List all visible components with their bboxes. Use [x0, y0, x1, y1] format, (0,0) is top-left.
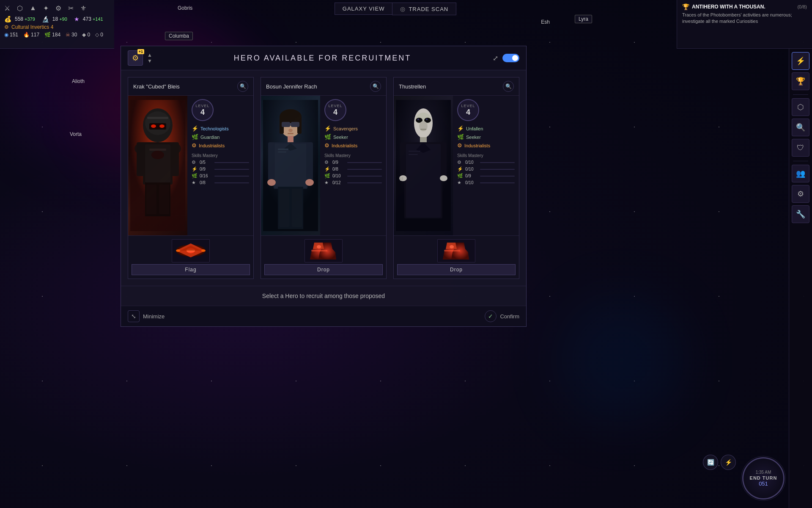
skill-icon-0-3: ★	[192, 180, 198, 185]
sidebar-btn-trophy[interactable]: 🏆	[792, 72, 809, 90]
hero-0-search-btn[interactable]: 🔍	[237, 81, 248, 92]
hero-action-btn-1[interactable]: Drop	[264, 264, 383, 275]
hero-affil-0-0: ⚡ Technologists	[192, 125, 249, 132]
top-icon-6[interactable]: ✂	[68, 4, 74, 12]
fire-resource: 🔥 117	[23, 32, 39, 38]
top-icon-7[interactable]: ⚜	[80, 4, 86, 12]
confirm-button[interactable]: ✓ Confirm	[485, 310, 519, 322]
hero-card-2-body: LEVEL 4 ⚡ Unfallen 🌿 Seeker ⚙ Industrial…	[394, 96, 519, 235]
culture-row[interactable]: ⚙ Cultural Invertics 4	[4, 24, 110, 30]
star-gobris[interactable]: Gobris	[178, 5, 192, 11]
credits-row: 💰 558 +379 🔬 18 +90 ★ 473 +141	[4, 16, 110, 22]
science-icon: 🔬	[42, 16, 49, 22]
top-icon-4[interactable]: ✦	[43, 4, 49, 12]
skill-row-0-1: ⚡ 0/9	[192, 166, 249, 172]
ship-svg-0	[174, 241, 208, 260]
hero-card-1[interactable]: Bosun Jennifer Rach 🔍	[261, 77, 387, 279]
skill-row-1-3: ★ 0/12	[324, 180, 382, 185]
star-esh[interactable]: Esh	[541, 19, 550, 25]
affil-icon-0-0: ⚡	[192, 125, 198, 132]
affil-icon-1-2: ⚙	[324, 142, 329, 149]
svg-rect-49	[311, 250, 327, 251]
hero-affil-2-0: ⚡ Unfallen	[457, 125, 515, 132]
svg-point-7	[159, 124, 165, 128]
end-turn-button[interactable]: 1:35 AM END TURN 051	[742, 457, 785, 500]
dust-resource: ◉ 151	[4, 32, 18, 38]
skill-bar-0-2	[214, 176, 249, 177]
br-icon-1[interactable]: 🔄	[703, 455, 718, 470]
skill-row-1-1: ⚡ 0/8	[324, 166, 382, 172]
hero-item-1: Drop	[261, 235, 386, 279]
affil-icon-1-1: 🌿	[324, 134, 331, 140]
skill-icon-0-0: ⚙	[192, 160, 198, 165]
affil-icon-0-1: 🌿	[192, 134, 198, 140]
hero-1-search-btn[interactable]: 🔍	[370, 81, 381, 92]
top-icon-1[interactable]: ⚔	[4, 4, 10, 12]
skill-icon-0-2: 🌿	[192, 173, 198, 179]
svg-point-50	[317, 245, 321, 248]
hero-card-2-header: Thustrellen 🔍	[394, 77, 519, 96]
minimize-button[interactable]: ⤡ Minimize	[128, 310, 165, 322]
svg-rect-70	[400, 177, 401, 181]
dialog-gear-button[interactable]: ⚙ +1	[128, 50, 143, 66]
sidebar-btn-search[interactable]: 🔍	[792, 119, 809, 136]
trade-scan-button[interactable]: TRADE SCAN	[409, 6, 448, 12]
pop-icon: ☠	[66, 32, 70, 38]
top-icon-3[interactable]: ▲	[30, 4, 36, 12]
affil-icon-2-0: ⚡	[457, 125, 464, 132]
pop-resource: ☠ 30	[66, 32, 77, 38]
sidebar-btn-group[interactable]: 👥	[792, 165, 809, 182]
hero-stats-0: LEVEL 4 ⚡ Technologists 🌿 Guardian ⚙ Ind…	[187, 96, 253, 235]
svg-rect-35	[288, 133, 294, 134]
svg-rect-71	[402, 177, 403, 181]
r1-icon: ◆	[82, 32, 86, 38]
skill-row-2-2: 🌿 0/9	[457, 173, 515, 179]
dialog-toggle[interactable]	[502, 54, 519, 62]
svg-rect-17	[146, 185, 156, 214]
svg-rect-64	[409, 151, 420, 152]
fire-icon: 🔥	[23, 32, 30, 38]
affil-icon-2-1: 🌿	[457, 134, 464, 140]
arrow-down[interactable]: ▼	[147, 58, 152, 64]
top-icon-5[interactable]: ⚙	[55, 4, 61, 12]
hero-2-search-btn[interactable]: 🔍	[503, 81, 514, 92]
hero-card-2[interactable]: Thustrellen 🔍	[393, 77, 519, 279]
arrow-up[interactable]: ▲	[147, 52, 152, 58]
skill-bar-1-2	[347, 176, 382, 177]
skill-bar-1-1	[347, 169, 382, 170]
dialog-bottom-bar: ⤡ Minimize ✓ Confirm	[121, 306, 526, 326]
nebula-3	[558, 296, 685, 423]
svg-point-24	[176, 249, 180, 252]
star-columba[interactable]: Columba	[165, 32, 193, 40]
hero-action-btn-0[interactable]: Flag	[132, 264, 250, 275]
gear-badge: +1	[137, 49, 144, 54]
hero-card-1-header: Bosun Jennifer Rach 🔍	[261, 77, 386, 96]
top-icon-2[interactable]: ⬡	[17, 4, 23, 12]
hero-action-btn-2[interactable]: Drop	[397, 264, 516, 275]
hero-card-1-body: LEVEL 4 ⚡ Scavengers 🌿 Seeker ⚙ Industri…	[261, 96, 386, 235]
skill-row-2-1: ⚡ 0/10	[457, 166, 515, 172]
expand-icon[interactable]: ⤢	[493, 54, 498, 62]
sidebar-btn-wrench[interactable]: 🔧	[792, 205, 809, 223]
svg-rect-67	[441, 142, 447, 176]
portrait-svg-2	[396, 100, 451, 231]
sidebar-btn-shield[interactable]: 🛡	[792, 139, 809, 157]
svg-point-25	[201, 249, 206, 252]
sidebar-btn-settings[interactable]: ⚙	[792, 185, 809, 203]
map-label-vorta[interactable]: Vorta	[70, 131, 82, 137]
svg-point-44	[267, 179, 276, 186]
boots-svg-1	[308, 240, 340, 262]
map-label-alioth[interactable]: Alioth	[72, 78, 85, 84]
galaxy-view-button[interactable]: GALAXY VIEW	[335, 3, 392, 15]
minimize-icon: ⤡	[128, 310, 140, 322]
hero-portrait-2	[394, 96, 453, 235]
sidebar-btn-power[interactable]: ⚡	[792, 52, 809, 70]
hero-card-0[interactable]: Krak "Cubed" Bleis 🔍	[128, 77, 254, 279]
sidebar-btn-hex[interactable]: ⬡	[792, 98, 809, 116]
br-icon-2[interactable]: ⚡	[721, 455, 736, 470]
res6: ◇ 0	[95, 32, 103, 38]
dust-icon: ◉	[4, 32, 8, 38]
star-lyra[interactable]: Lyra	[575, 15, 592, 23]
skill-icon-1-0: ⚙	[324, 160, 330, 165]
confirm-label: Confirm	[500, 313, 519, 320]
